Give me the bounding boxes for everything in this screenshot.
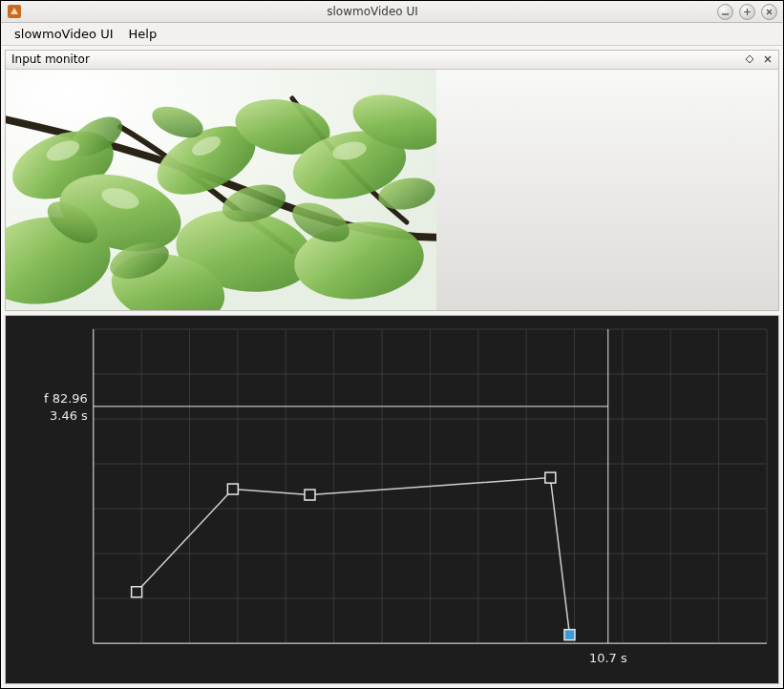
- cursor-time-x-label: 10.7 s: [589, 651, 627, 665]
- timeline-canvas[interactable]: f 82.963.46 s10.7 s: [5, 315, 779, 684]
- menu-help[interactable]: Help: [121, 24, 165, 44]
- curve-node[interactable]: [227, 484, 238, 494]
- menubar: slowmoVideo UI Help: [1, 23, 783, 45]
- curve-node[interactable]: [545, 472, 556, 483]
- maximize-button[interactable]: [739, 4, 755, 20]
- curve-node[interactable]: [132, 587, 142, 597]
- dock-float-button[interactable]: [744, 54, 754, 65]
- client-area: Input monitor: [1, 46, 783, 688]
- video-preview[interactable]: [6, 70, 436, 310]
- input-monitor-body: [6, 70, 778, 310]
- input-monitor-title: Input monitor: [11, 52, 744, 66]
- curve-node[interactable]: [305, 490, 315, 500]
- window-controls: [717, 4, 777, 20]
- window-title: slowmoVideo UI: [28, 5, 717, 18]
- cursor-frame-label: f 82.96: [44, 391, 88, 406]
- titlebar[interactable]: slowmoVideo UI: [1, 1, 783, 23]
- svg-rect-23: [6, 316, 778, 683]
- app-icon: [7, 4, 22, 19]
- close-button[interactable]: [761, 4, 777, 20]
- cursor-time-y-label: 3.46 s: [50, 408, 88, 423]
- app-window: slowmoVideo UI slowmoVideo UI Help Input…: [0, 0, 784, 689]
- input-monitor-header[interactable]: Input monitor: [6, 51, 778, 70]
- curve-node[interactable]: [564, 630, 575, 640]
- input-monitor-dock: Input monitor: [5, 50, 779, 311]
- menu-app[interactable]: slowmoVideo UI: [7, 24, 121, 44]
- minimize-button[interactable]: [717, 4, 733, 20]
- dock-close-button[interactable]: [762, 54, 773, 65]
